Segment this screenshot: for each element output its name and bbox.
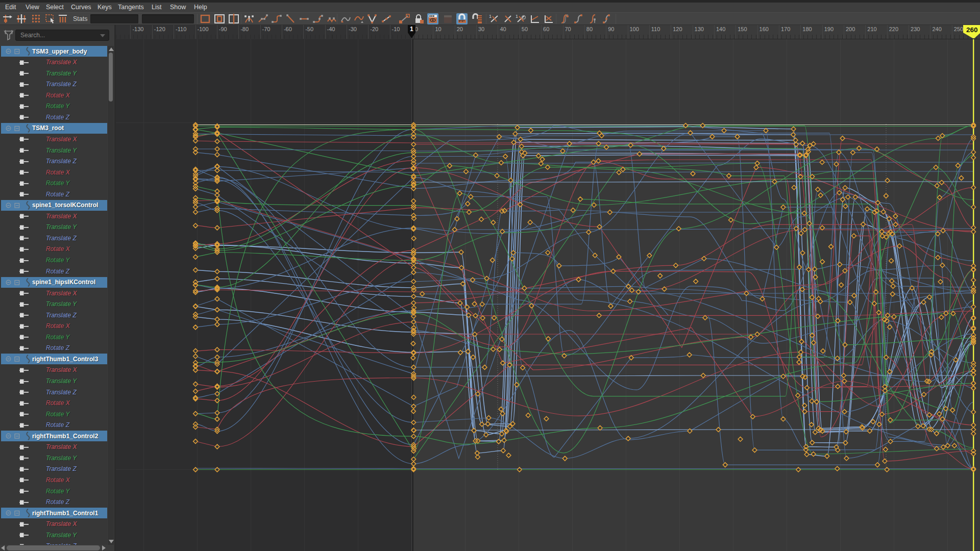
svg-text:1: 1 bbox=[489, 14, 492, 19]
svg-text:1: 1 bbox=[516, 14, 518, 19]
